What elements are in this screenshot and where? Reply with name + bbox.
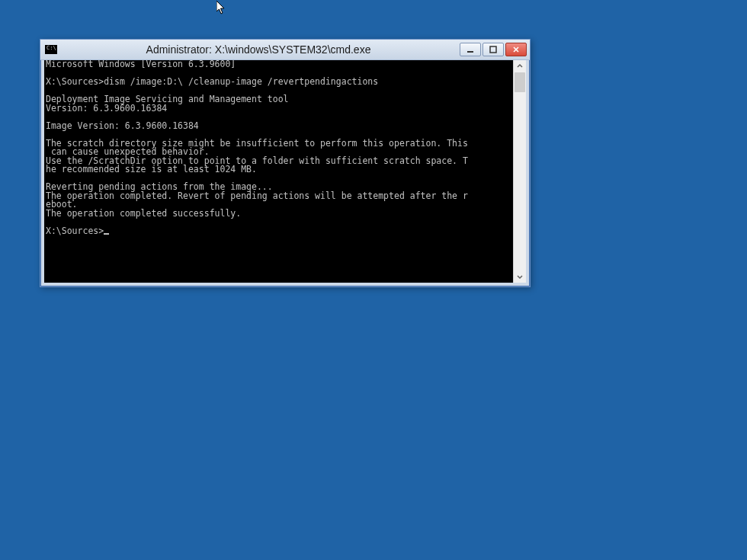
client-area: Microsoft Windows [Version 6.3.9600]X:\S… (44, 60, 526, 283)
scroll-down-button[interactable] (514, 270, 526, 283)
vertical-scrollbar[interactable] (513, 60, 526, 283)
terminal-line: Microsoft Windows [Version 6.3.9600] (46, 60, 511, 69)
terminal-line: Version: 6.3.9600.16384 (46, 104, 511, 114)
svg-rect-0 (467, 51, 473, 53)
chevron-down-icon (517, 274, 523, 280)
window-controls (460, 43, 527, 56)
terminal-line (46, 218, 511, 227)
close-button[interactable] (505, 43, 527, 56)
terminal-line: X:\Sources>dism /image:D:\ /cleanup-imag… (46, 78, 511, 87)
chevron-up-icon (517, 63, 523, 69)
terminal-line: The operation completed. Revert of pendi… (46, 192, 511, 201)
scroll-track[interactable] (514, 72, 526, 270)
text-cursor (104, 233, 109, 235)
terminal-output[interactable]: Microsoft Windows [Version 6.3.9600]X:\S… (44, 60, 513, 283)
terminal-line: The operation completed successfully. (46, 210, 511, 219)
titlebar[interactable]: C:\ Administrator: X:\windows\SYSTEM32\c… (40, 40, 530, 60)
window-title: Administrator: X:\windows\SYSTEM32\cmd.e… (57, 40, 460, 59)
close-icon (512, 46, 520, 53)
minimize-icon (466, 46, 474, 53)
maximize-icon (489, 46, 497, 53)
cmd-window: C:\ Administrator: X:\windows\SYSTEM32\c… (40, 39, 531, 287)
terminal-line: he recommended size is at least 1024 MB. (46, 165, 511, 174)
cmd-icon: C:\ (45, 45, 57, 54)
mouse-cursor-icon (216, 1, 226, 14)
svg-rect-1 (490, 46, 496, 53)
scroll-thumb[interactable] (515, 72, 525, 92)
minimize-button[interactable] (460, 43, 481, 56)
terminal-line: Image Version: 6.3.9600.16384 (46, 122, 511, 131)
maximize-button[interactable] (483, 43, 504, 56)
scroll-up-button[interactable] (514, 60, 526, 72)
terminal-line: X:\Sources> (46, 227, 511, 236)
